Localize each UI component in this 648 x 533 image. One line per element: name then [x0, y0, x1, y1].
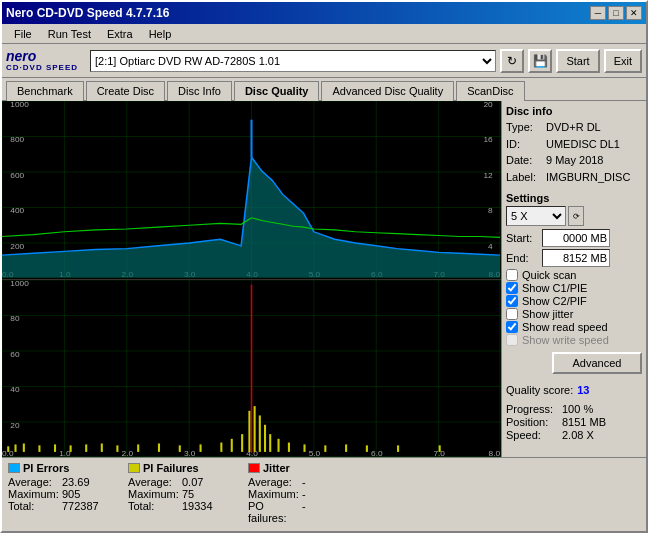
settings-section: Settings 5 X ⟳ Start: End: Qui — [506, 192, 642, 374]
svg-text:4.0: 4.0 — [246, 449, 258, 457]
svg-rect-84 — [254, 406, 256, 452]
show-read-speed-checkbox[interactable] — [506, 321, 518, 333]
jitter-avg-label: Average: — [248, 476, 300, 488]
svg-rect-82 — [241, 434, 243, 452]
tab-benchmark[interactable]: Benchmark — [6, 81, 84, 101]
title-bar-buttons: ─ □ ✕ — [590, 6, 642, 20]
pi-failures-avg-row: Average: 0.07 — [128, 476, 232, 488]
maximize-button[interactable]: □ — [608, 6, 624, 20]
disc-info-section: Disc info Type: DVD+R DL ID: UMEDISC DL1… — [506, 105, 642, 185]
svg-text:4: 4 — [488, 242, 493, 251]
minimize-button[interactable]: ─ — [590, 6, 606, 20]
position-label: Position: — [506, 416, 558, 428]
quick-scan-checkbox[interactable] — [506, 269, 518, 281]
svg-rect-78 — [179, 445, 181, 452]
quality-value: 13 — [577, 384, 589, 396]
disc-id-row: ID: UMEDISC DL1 — [506, 136, 642, 153]
show-jitter-label: Show jitter — [522, 308, 573, 320]
speed-row: Speed: 2.08 X — [506, 429, 642, 441]
svg-text:8.0: 8.0 — [489, 449, 501, 457]
progress-value: 100 % — [562, 403, 593, 415]
show-write-speed-checkbox — [506, 334, 518, 346]
svg-text:1000: 1000 — [10, 101, 29, 108]
tab-bar: Benchmark Create Disc Disc Info Disc Qua… — [2, 78, 646, 100]
disc-date-row: Date: 9 May 2018 — [506, 152, 642, 169]
start-input[interactable] — [542, 229, 610, 247]
pi-errors-color-box — [8, 463, 20, 473]
tab-scan-disc[interactable]: ScanDisc — [456, 81, 524, 101]
lower-chart: 1000 80 60 40 20 0.0 1.0 2.0 3.0 4.0 5.0… — [2, 280, 501, 458]
svg-text:16: 16 — [483, 135, 493, 144]
tab-disc-info[interactable]: Disc Info — [167, 81, 232, 101]
menu-run-test[interactable]: Run Test — [40, 27, 99, 41]
advanced-button[interactable]: Advanced — [552, 352, 642, 374]
svg-rect-91 — [324, 445, 326, 452]
svg-rect-81 — [231, 438, 233, 451]
speed-select[interactable]: 5 X — [506, 206, 566, 226]
disc-label-value: IMGBURN_DISC — [546, 169, 630, 186]
logo-sub: CD·DVD SPEED — [6, 63, 78, 72]
menu-file[interactable]: File — [6, 27, 40, 41]
show-c2pif-row: Show C2/PIF — [506, 295, 642, 307]
speed-spin-button[interactable]: ⟳ — [568, 206, 584, 226]
svg-rect-76 — [137, 444, 139, 451]
progress-section: Progress: 100 % Position: 8151 MB Speed:… — [506, 403, 642, 442]
pi-errors-title: PI Errors — [8, 462, 112, 474]
start-mb-row: Start: — [506, 229, 642, 247]
pi-failures-avg-label: Average: — [128, 476, 180, 488]
pi-failures-color-box — [128, 463, 140, 473]
drive-select[interactable]: [2:1] Optiarc DVD RW AD-7280S 1.01 — [90, 50, 496, 72]
svg-text:800: 800 — [10, 135, 24, 144]
start-button[interactable]: Start — [556, 49, 599, 73]
refresh-icon-button[interactable]: ↻ — [500, 49, 524, 73]
window-title: Nero CD-DVD Speed 4.7.7.16 — [6, 6, 169, 20]
date-value: 9 May 2018 — [546, 152, 603, 169]
show-c2pif-checkbox[interactable] — [506, 295, 518, 307]
svg-rect-83 — [248, 410, 250, 451]
chart-panel: 20 16 12 8 4 1000 800 600 400 200 0.0 1.… — [2, 101, 501, 457]
svg-rect-89 — [288, 442, 290, 451]
show-c1pie-checkbox[interactable] — [506, 282, 518, 294]
menu-extra[interactable]: Extra — [99, 27, 141, 41]
toolbar: nero CD·DVD SPEED [2:1] Optiarc DVD RW A… — [2, 44, 646, 78]
end-mb-row: End: — [506, 249, 642, 267]
disc-label-row: Label: IMGBURN_DISC — [506, 169, 642, 186]
svg-text:600: 600 — [10, 171, 24, 180]
svg-rect-87 — [269, 434, 271, 452]
speed-row: 5 X ⟳ — [506, 206, 642, 226]
svg-rect-95 — [439, 445, 441, 452]
quick-scan-label: Quick scan — [522, 269, 576, 281]
tab-create-disc[interactable]: Create Disc — [86, 81, 165, 101]
svg-text:20: 20 — [10, 420, 20, 429]
start-label: Start: — [506, 232, 538, 244]
pi-failures-avg-value: 0.07 — [182, 476, 232, 488]
tab-disc-quality[interactable]: Disc Quality — [234, 81, 320, 101]
jitter-group: Jitter Average: - Maximum: - PO failures… — [248, 462, 352, 524]
show-jitter-checkbox[interactable] — [506, 308, 518, 320]
pi-failures-max-value: 75 — [182, 488, 232, 500]
svg-text:20: 20 — [483, 101, 493, 108]
svg-text:8: 8 — [488, 206, 493, 215]
speed-label: Speed: — [506, 429, 558, 441]
tab-advanced-disc-quality[interactable]: Advanced Disc Quality — [321, 81, 454, 101]
logo: nero CD·DVD SPEED — [6, 49, 78, 72]
save-icon-button[interactable]: 💾 — [528, 49, 552, 73]
end-input[interactable] — [542, 249, 610, 267]
pi-errors-total-value: 772387 — [62, 500, 112, 512]
jitter-po-row: PO failures: - — [248, 500, 352, 524]
settings-title: Settings — [506, 192, 642, 204]
menu-help[interactable]: Help — [141, 27, 180, 41]
logo-text: nero — [6, 49, 78, 63]
pi-failures-max-label: Maximum: — [128, 488, 180, 500]
close-button[interactable]: ✕ — [626, 6, 642, 20]
svg-rect-74 — [101, 443, 103, 451]
exit-button[interactable]: Exit — [604, 49, 642, 73]
jitter-avg-value: - — [302, 476, 352, 488]
pi-errors-max-label: Maximum: — [8, 488, 60, 500]
jitter-avg-row: Average: - — [248, 476, 352, 488]
quick-scan-row: Quick scan — [506, 269, 642, 281]
svg-text:2.0: 2.0 — [122, 449, 134, 457]
stats-bar: PI Errors Average: 23.69 Maximum: 905 To… — [2, 457, 646, 531]
title-bar: Nero CD-DVD Speed 4.7.7.16 ─ □ ✕ — [2, 2, 646, 24]
svg-rect-80 — [220, 442, 222, 451]
